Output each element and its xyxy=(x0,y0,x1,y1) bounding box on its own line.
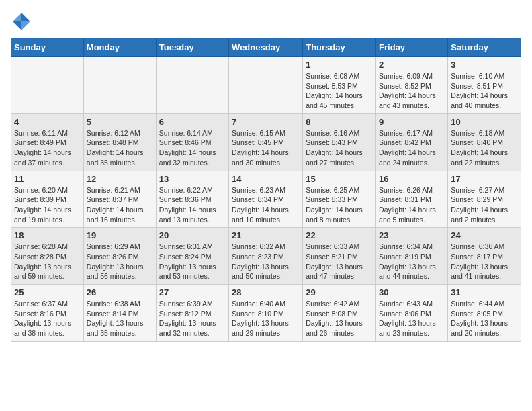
calendar-week-row: 25Sunrise: 6:37 AMSunset: 8:16 PMDayligh… xyxy=(11,285,521,342)
calendar-cell xyxy=(11,57,84,114)
day-info: Sunrise: 6:26 AMSunset: 8:31 PMDaylight:… xyxy=(379,185,445,225)
calendar-cell: 10Sunrise: 6:18 AMSunset: 8:40 PMDayligh… xyxy=(448,113,521,171)
calendar-cell: 3Sunrise: 6:10 AMSunset: 8:51 PMDaylight… xyxy=(448,57,521,114)
calendar-table: SundayMondayTuesdayWednesdayThursdayFrid… xyxy=(11,38,521,342)
calendar-week-row: 11Sunrise: 6:20 AMSunset: 8:39 PMDayligh… xyxy=(11,171,521,228)
day-info: Sunrise: 6:25 AMSunset: 8:33 PMDaylight:… xyxy=(306,185,373,225)
calendar-cell: 22Sunrise: 6:33 AMSunset: 8:21 PMDayligh… xyxy=(303,228,376,285)
day-number: 5 xyxy=(87,117,153,127)
day-number: 3 xyxy=(451,60,518,70)
calendar-cell: 8Sunrise: 6:16 AMSunset: 8:43 PMDaylight… xyxy=(303,113,376,171)
day-number: 30 xyxy=(379,287,445,298)
day-number: 1 xyxy=(306,60,373,70)
day-info: Sunrise: 6:29 AMSunset: 8:26 PMDaylight:… xyxy=(87,242,153,281)
day-number: 21 xyxy=(232,230,300,240)
day-info: Sunrise: 6:37 AMSunset: 8:16 PMDaylight:… xyxy=(14,299,81,338)
day-info: Sunrise: 6:15 AMSunset: 8:45 PMDaylight:… xyxy=(232,128,300,168)
day-info: Sunrise: 6:22 AMSunset: 8:36 PMDaylight:… xyxy=(159,185,226,225)
day-number: 26 xyxy=(87,287,153,298)
day-number: 2 xyxy=(379,60,445,70)
day-number: 11 xyxy=(14,174,81,184)
day-info: Sunrise: 6:42 AMSunset: 8:08 PMDaylight:… xyxy=(306,299,373,338)
calendar-cell: 31Sunrise: 6:44 AMSunset: 8:05 PMDayligh… xyxy=(448,285,521,342)
day-info: Sunrise: 6:20 AMSunset: 8:39 PMDaylight:… xyxy=(14,185,81,225)
day-number: 14 xyxy=(232,174,300,184)
day-info: Sunrise: 6:33 AMSunset: 8:21 PMDaylight:… xyxy=(306,242,373,281)
calendar-body: 1Sunrise: 6:08 AMSunset: 8:53 PMDaylight… xyxy=(11,57,521,342)
day-info: Sunrise: 6:43 AMSunset: 8:06 PMDaylight:… xyxy=(379,299,445,338)
calendar-cell xyxy=(156,57,228,114)
logo-icon xyxy=(11,11,32,32)
svg-marker-3 xyxy=(21,21,30,30)
calendar-cell: 28Sunrise: 6:40 AMSunset: 8:10 PMDayligh… xyxy=(229,285,303,342)
day-number: 18 xyxy=(14,230,81,240)
day-number: 22 xyxy=(306,230,373,240)
calendar-week-row: 18Sunrise: 6:28 AMSunset: 8:28 PMDayligh… xyxy=(11,228,521,285)
day-info: Sunrise: 6:31 AMSunset: 8:24 PMDaylight:… xyxy=(159,242,226,281)
day-number: 6 xyxy=(159,117,226,127)
page-header xyxy=(11,11,521,32)
day-of-week-header: Thursday xyxy=(303,38,376,57)
calendar-cell: 6Sunrise: 6:14 AMSunset: 8:46 PMDaylight… xyxy=(156,113,228,171)
day-info: Sunrise: 6:27 AMSunset: 8:29 PMDaylight:… xyxy=(451,185,518,225)
calendar-cell: 1Sunrise: 6:08 AMSunset: 8:53 PMDaylight… xyxy=(303,57,376,114)
day-info: Sunrise: 6:34 AMSunset: 8:19 PMDaylight:… xyxy=(379,242,445,281)
day-number: 17 xyxy=(451,174,518,184)
svg-marker-1 xyxy=(13,13,21,21)
day-info: Sunrise: 6:21 AMSunset: 8:37 PMDaylight:… xyxy=(87,185,153,225)
day-info: Sunrise: 6:08 AMSunset: 8:53 PMDaylight:… xyxy=(306,71,373,111)
day-number: 27 xyxy=(159,287,226,298)
day-info: Sunrise: 6:32 AMSunset: 8:23 PMDaylight:… xyxy=(232,242,300,281)
day-info: Sunrise: 6:40 AMSunset: 8:10 PMDaylight:… xyxy=(232,299,300,338)
day-number: 12 xyxy=(87,174,153,184)
day-number: 9 xyxy=(379,117,445,127)
day-info: Sunrise: 6:11 AMSunset: 8:49 PMDaylight:… xyxy=(14,128,81,168)
day-info: Sunrise: 6:12 AMSunset: 8:48 PMDaylight:… xyxy=(87,128,153,168)
day-number: 4 xyxy=(14,117,81,127)
calendar-cell: 29Sunrise: 6:42 AMSunset: 8:08 PMDayligh… xyxy=(303,285,376,342)
day-of-week-header: Saturday xyxy=(448,38,521,57)
day-number: 13 xyxy=(159,174,226,184)
day-info: Sunrise: 6:17 AMSunset: 8:42 PMDaylight:… xyxy=(379,128,445,168)
day-number: 31 xyxy=(451,287,518,298)
day-info: Sunrise: 6:16 AMSunset: 8:43 PMDaylight:… xyxy=(306,128,373,168)
day-info: Sunrise: 6:28 AMSunset: 8:28 PMDaylight:… xyxy=(14,242,81,281)
calendar-cell: 7Sunrise: 6:15 AMSunset: 8:45 PMDaylight… xyxy=(229,113,303,171)
calendar-week-row: 1Sunrise: 6:08 AMSunset: 8:53 PMDaylight… xyxy=(11,57,521,114)
day-number: 15 xyxy=(306,174,373,184)
day-info: Sunrise: 6:09 AMSunset: 8:52 PMDaylight:… xyxy=(379,71,445,111)
day-number: 8 xyxy=(306,117,373,127)
calendar-cell: 18Sunrise: 6:28 AMSunset: 8:28 PMDayligh… xyxy=(11,228,84,285)
logo xyxy=(11,11,35,32)
day-info: Sunrise: 6:23 AMSunset: 8:34 PMDaylight:… xyxy=(232,185,300,225)
day-of-week-header: Friday xyxy=(376,38,448,57)
day-number: 29 xyxy=(306,287,373,298)
day-number: 20 xyxy=(159,230,226,240)
calendar-cell: 25Sunrise: 6:37 AMSunset: 8:16 PMDayligh… xyxy=(11,285,84,342)
day-of-week-header: Wednesday xyxy=(229,38,303,57)
calendar-cell: 15Sunrise: 6:25 AMSunset: 8:33 PMDayligh… xyxy=(303,171,376,228)
day-number: 25 xyxy=(14,287,81,298)
calendar-cell: 4Sunrise: 6:11 AMSunset: 8:49 PMDaylight… xyxy=(11,113,84,171)
day-info: Sunrise: 6:38 AMSunset: 8:14 PMDaylight:… xyxy=(87,299,153,338)
svg-marker-2 xyxy=(13,21,21,30)
svg-marker-0 xyxy=(21,13,30,21)
calendar-cell: 19Sunrise: 6:29 AMSunset: 8:26 PMDayligh… xyxy=(83,228,156,285)
calendar-cell: 16Sunrise: 6:26 AMSunset: 8:31 PMDayligh… xyxy=(376,171,448,228)
day-number: 23 xyxy=(379,230,445,240)
calendar-cell: 14Sunrise: 6:23 AMSunset: 8:34 PMDayligh… xyxy=(229,171,303,228)
calendar-cell: 23Sunrise: 6:34 AMSunset: 8:19 PMDayligh… xyxy=(376,228,448,285)
calendar-cell xyxy=(229,57,303,114)
calendar-cell xyxy=(83,57,156,114)
day-info: Sunrise: 6:10 AMSunset: 8:51 PMDaylight:… xyxy=(451,71,518,111)
calendar-cell: 27Sunrise: 6:39 AMSunset: 8:12 PMDayligh… xyxy=(156,285,228,342)
day-info: Sunrise: 6:14 AMSunset: 8:46 PMDaylight:… xyxy=(159,128,226,168)
calendar-cell: 2Sunrise: 6:09 AMSunset: 8:52 PMDaylight… xyxy=(376,57,448,114)
day-number: 19 xyxy=(87,230,153,240)
day-number: 28 xyxy=(232,287,300,298)
day-info: Sunrise: 6:39 AMSunset: 8:12 PMDaylight:… xyxy=(159,299,226,338)
day-info: Sunrise: 6:36 AMSunset: 8:17 PMDaylight:… xyxy=(451,242,518,281)
day-info: Sunrise: 6:18 AMSunset: 8:40 PMDaylight:… xyxy=(451,128,518,168)
calendar-cell: 9Sunrise: 6:17 AMSunset: 8:42 PMDaylight… xyxy=(376,113,448,171)
calendar-cell: 17Sunrise: 6:27 AMSunset: 8:29 PMDayligh… xyxy=(448,171,521,228)
